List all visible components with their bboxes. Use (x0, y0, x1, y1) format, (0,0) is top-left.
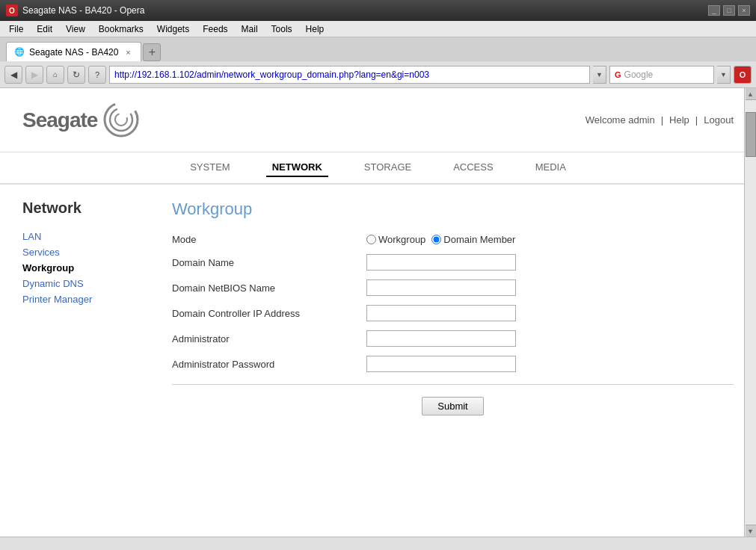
address-input[interactable]: http://192.168.1.102/admin/network_workg… (109, 66, 590, 84)
workgroup-radio-text: Workgroup (378, 234, 425, 245)
minimize-button[interactable]: _ (708, 5, 720, 16)
domain-netbios-label: Domain NetBIOS Name (172, 282, 366, 294)
form-row-domain-name: Domain Name (172, 254, 734, 271)
menu-view[interactable]: View (60, 22, 91, 36)
search-placeholder: Google (624, 69, 654, 80)
window-controls: _ □ × (708, 5, 750, 16)
welcome-text: Welcome admin (586, 114, 655, 126)
site-header: Seagate Welcome admin | Help | Logout (0, 88, 756, 152)
scroll-down-button[interactable]: ▼ (746, 525, 756, 537)
search-icon: G (615, 70, 621, 79)
nav-tab-access[interactable]: ACCESS (447, 158, 499, 177)
workgroup-radio[interactable] (366, 235, 376, 244)
domain-radio-label[interactable]: Domain Member (431, 234, 515, 245)
tab-close-button[interactable]: × (123, 47, 133, 58)
close-button[interactable]: × (738, 5, 750, 16)
new-tab-button[interactable]: + (143, 43, 161, 61)
browser-content: Seagate Welcome admin | Help | Logout (0, 88, 756, 537)
help-link[interactable]: Help (669, 114, 689, 126)
nav-tab-media[interactable]: MEDIA (529, 158, 572, 177)
reload-button[interactable]: ↻ (67, 66, 85, 84)
home-button[interactable]: ⌂ (46, 66, 64, 84)
logo-icon (101, 99, 142, 140)
sidebar: Network LAN Services Workgroup Dynamic D… (22, 200, 142, 415)
logout-link[interactable]: Logout (704, 114, 734, 126)
menu-tools[interactable]: Tools (265, 22, 298, 36)
browser-tab[interactable]: 🌐 Seagate NAS - BA420 × (6, 42, 141, 61)
tab-label: Seagate NAS - BA420 (29, 47, 118, 58)
mode-radio-group: Workgroup Domain Member (366, 234, 515, 245)
sidebar-item-printer-manager[interactable]: Printer Manager (22, 291, 142, 307)
submit-button[interactable]: Submit (422, 397, 483, 415)
form-row-administrator: Administrator (172, 330, 734, 347)
separator1: | (661, 114, 663, 126)
domain-controller-label: Domain Controller IP Address (172, 308, 366, 319)
svg-point-1 (110, 108, 132, 131)
browser-icon: O (6, 4, 18, 16)
menu-edit[interactable]: Edit (31, 22, 58, 36)
status-bar (0, 537, 756, 550)
menu-mail[interactable]: Mail (236, 22, 264, 36)
main-form: Workgroup Mode Workgroup Domain Member (157, 200, 734, 415)
maximize-button[interactable]: □ (723, 5, 735, 16)
workgroup-radio-label[interactable]: Workgroup (366, 234, 425, 245)
administrator-input[interactable] (366, 330, 516, 347)
domain-name-label: Domain Name (172, 257, 366, 268)
form-row-controller: Domain Controller IP Address (172, 305, 734, 321)
form-divider (172, 384, 734, 385)
info-button[interactable]: ? (88, 66, 106, 84)
nav-tab-network[interactable]: NETWORK (266, 158, 328, 177)
address-bar: ◀ ▶ ⌂ ↻ ? http://192.168.1.102/admin/net… (0, 61, 756, 88)
form-row-mode: Mode Workgroup Domain Member (172, 234, 734, 245)
content-area: Network LAN Services Workgroup Dynamic D… (0, 185, 756, 430)
scroll-up-button[interactable]: ▲ (746, 88, 756, 100)
sidebar-item-workgroup[interactable]: Workgroup (22, 260, 142, 276)
form-row-netbios: Domain NetBIOS Name (172, 279, 734, 296)
administrator-label: Administrator (172, 333, 366, 344)
logo-text: Seagate (22, 108, 97, 132)
window-title: Seagate NAS - BA420 - Opera (22, 5, 708, 16)
domain-controller-input[interactable] (366, 305, 516, 321)
title-bar: O Seagate NAS - BA420 - Opera _ □ × (0, 0, 756, 21)
search-box[interactable]: G Google (609, 66, 714, 84)
menu-bookmarks[interactable]: Bookmarks (93, 22, 150, 36)
scrollbar-right[interactable]: ▲ ▼ (744, 88, 756, 537)
sidebar-title: Network (22, 200, 142, 217)
menu-help[interactable]: Help (300, 22, 331, 36)
menu-feeds[interactable]: Feeds (197, 22, 233, 36)
opera-button[interactable]: O (734, 66, 752, 84)
separator2: | (695, 114, 698, 126)
tab-bar: 🌐 Seagate NAS - BA420 × + (0, 37, 756, 61)
back-button[interactable]: ◀ (4, 66, 22, 84)
address-dropdown[interactable]: ▼ (593, 66, 606, 84)
menu-file[interactable]: File (3, 22, 29, 36)
admin-password-label: Administrator Password (172, 359, 366, 370)
sidebar-item-services[interactable]: Services (22, 244, 142, 260)
address-text: http://192.168.1.102/admin/network_workg… (114, 69, 429, 80)
main-nav: SYSTEM NETWORK STORAGE ACCESS MEDIA (0, 152, 756, 185)
domain-radio-text: Domain Member (443, 234, 515, 245)
scrollbar-thumb[interactable] (746, 112, 756, 157)
header-nav: Welcome admin | Help | Logout (586, 114, 734, 126)
nav-tab-storage[interactable]: STORAGE (358, 158, 417, 177)
sidebar-item-lan[interactable]: LAN (22, 229, 142, 244)
page-content: Seagate Welcome admin | Help | Logout (0, 88, 756, 537)
admin-password-input[interactable] (366, 356, 516, 372)
submit-row: Submit (172, 397, 734, 415)
domain-netbios-input[interactable] (366, 279, 516, 296)
sidebar-item-dynamic-dns[interactable]: Dynamic DNS (22, 276, 142, 291)
mode-label: Mode (172, 234, 366, 245)
menu-bar: File Edit View Bookmarks Widgets Feeds M… (0, 21, 756, 37)
svg-point-2 (115, 114, 127, 126)
form-row-admin-password: Administrator Password (172, 356, 734, 372)
domain-name-input[interactable] (366, 254, 516, 271)
logo-area: Seagate (22, 99, 142, 140)
menu-widgets[interactable]: Widgets (151, 22, 195, 36)
nav-tab-system[interactable]: SYSTEM (184, 158, 236, 177)
form-title: Workgroup (172, 200, 734, 219)
forward-button[interactable]: ▶ (25, 66, 43, 84)
domain-radio[interactable] (431, 235, 441, 244)
search-dropdown[interactable]: ▼ (717, 66, 731, 84)
tab-favicon: 🌐 (14, 47, 25, 57)
